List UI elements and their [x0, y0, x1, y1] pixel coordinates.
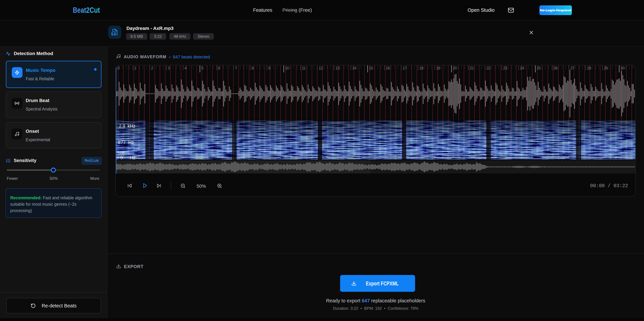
svg-text:8: 8 — [252, 66, 254, 70]
svg-text:29: 29 — [604, 66, 608, 70]
svg-text:20: 20 — [453, 66, 457, 70]
svg-text:24: 24 — [520, 66, 524, 70]
svg-text:9: 9 — [268, 66, 270, 70]
svg-text:2: 2 — [151, 66, 153, 70]
svg-text:17: 17 — [402, 66, 407, 70]
svg-text:15: 15 — [369, 66, 373, 70]
svg-text:6: 6 — [218, 66, 220, 70]
svg-text:3: 3 — [168, 66, 170, 70]
svg-text:27: 27 — [570, 66, 574, 70]
svg-text:7: 7 — [235, 66, 237, 70]
svg-text:28: 28 — [587, 66, 591, 70]
svg-text:26: 26 — [554, 66, 558, 70]
svg-text:14: 14 — [352, 66, 356, 70]
svg-text:16: 16 — [386, 66, 390, 70]
svg-text:30: 30 — [620, 66, 625, 70]
svg-text:0: 0 — [118, 66, 120, 70]
svg-text:18: 18 — [419, 66, 424, 70]
svg-text:25: 25 — [537, 66, 541, 70]
svg-text:5: 5 — [201, 66, 204, 70]
svg-text:10: 10 — [285, 66, 290, 70]
svg-text:19: 19 — [436, 66, 440, 70]
svg-text:12: 12 — [319, 66, 323, 70]
svg-text:23: 23 — [503, 66, 508, 70]
svg-text:13: 13 — [336, 66, 340, 70]
svg-text:22: 22 — [486, 66, 491, 70]
svg-text:11: 11 — [302, 66, 306, 70]
svg-text:21: 21 — [470, 66, 474, 70]
svg-text:4: 4 — [184, 66, 187, 70]
svg-text:1: 1 — [134, 66, 136, 70]
